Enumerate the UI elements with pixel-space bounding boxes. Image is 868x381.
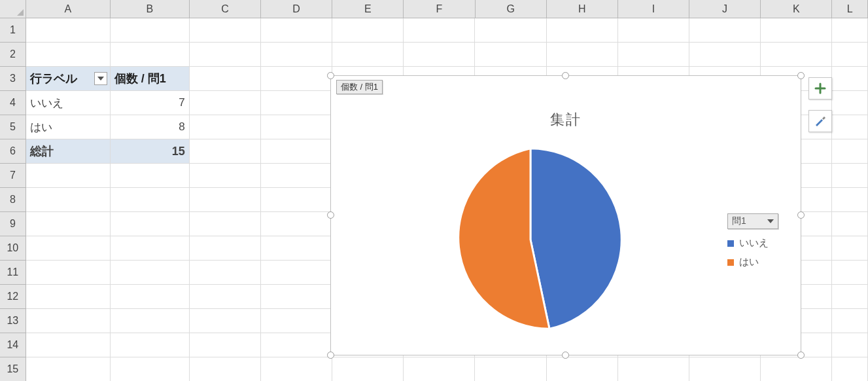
- cell-D5[interactable]: [261, 115, 332, 139]
- selection-handle[interactable]: [562, 72, 569, 79]
- cell-A1[interactable]: [26, 18, 111, 43]
- col-header-L[interactable]: L: [832, 0, 868, 18]
- cell-D12[interactable]: [261, 285, 332, 309]
- cell-J15[interactable]: [689, 357, 761, 381]
- col-header-H[interactable]: H: [547, 0, 618, 18]
- cell-C7[interactable]: [190, 164, 261, 188]
- cell-B7[interactable]: [111, 164, 190, 188]
- col-header-C[interactable]: C: [190, 0, 261, 18]
- cell-H1[interactable]: [547, 18, 618, 43]
- cell-A7[interactable]: [26, 164, 111, 188]
- cell-L9[interactable]: [832, 212, 868, 236]
- cell-D14[interactable]: [261, 333, 332, 357]
- cell-L2[interactable]: [832, 43, 868, 67]
- cell-K15[interactable]: [761, 357, 832, 381]
- cell-D3[interactable]: [261, 67, 332, 91]
- cell-D9[interactable]: [261, 212, 332, 236]
- cell-I1[interactable]: [618, 18, 689, 43]
- cell-L8[interactable]: [832, 188, 868, 212]
- pivotchart-axis-field-button[interactable]: 問1: [727, 213, 778, 229]
- cell-A12[interactable]: [26, 285, 111, 309]
- cell-L13[interactable]: [832, 309, 868, 333]
- cell-A13[interactable]: [26, 309, 111, 333]
- selection-handle[interactable]: [327, 211, 334, 219]
- row-header-1[interactable]: 1: [0, 18, 26, 43]
- cell-E2[interactable]: [332, 43, 404, 67]
- cell-L10[interactable]: [832, 236, 868, 261]
- cell-L4[interactable]: [832, 91, 868, 115]
- cell-B1[interactable]: [111, 18, 190, 43]
- cell-J2[interactable]: [689, 43, 761, 67]
- cell-H15[interactable]: [547, 357, 618, 381]
- cell-C2[interactable]: [190, 43, 261, 67]
- pivot-row-filter-button[interactable]: [94, 72, 107, 85]
- cell-B9[interactable]: [111, 212, 190, 236]
- row-header-8[interactable]: 8: [0, 188, 26, 212]
- col-header-K[interactable]: K: [761, 0, 832, 18]
- selection-handle[interactable]: [327, 352, 334, 359]
- cell-C6[interactable]: [190, 139, 261, 164]
- cell-E1[interactable]: [332, 18, 404, 43]
- cell-B8[interactable]: [111, 188, 190, 212]
- cell-H2[interactable]: [547, 43, 618, 67]
- cell-D7[interactable]: [261, 164, 332, 188]
- cell-C12[interactable]: [190, 285, 261, 309]
- cell-D15[interactable]: [261, 357, 332, 381]
- col-header-I[interactable]: I: [618, 0, 689, 18]
- selection-handle[interactable]: [797, 211, 805, 219]
- selection-handle[interactable]: [797, 72, 805, 79]
- row-header-2[interactable]: 2: [0, 43, 26, 67]
- cell-A2[interactable]: [26, 43, 111, 67]
- col-header-J[interactable]: J: [689, 0, 761, 18]
- pivotchart-value-field-button[interactable]: 個数 / 問1: [336, 80, 383, 94]
- cell-C13[interactable]: [190, 309, 261, 333]
- cell-D6[interactable]: [261, 139, 332, 164]
- cell-K2[interactable]: [761, 43, 832, 67]
- pivot-row-0-label[interactable]: いいえ: [26, 91, 111, 115]
- chart-elements-button[interactable]: [808, 77, 832, 100]
- cell-B11[interactable]: [111, 261, 190, 285]
- pivot-chart[interactable]: 個数 / 問1 集計 問1 いいえ はい: [330, 75, 801, 355]
- cell-D11[interactable]: [261, 261, 332, 285]
- pivot-row-0-value[interactable]: 7: [111, 91, 190, 115]
- cell-D1[interactable]: [261, 18, 332, 43]
- cell-A14[interactable]: [26, 333, 111, 357]
- cell-C4[interactable]: [190, 91, 261, 115]
- cell-A15[interactable]: [26, 357, 111, 381]
- col-header-F[interactable]: F: [404, 0, 475, 18]
- pivot-row-label-header[interactable]: 行ラベル: [26, 67, 111, 91]
- cell-A11[interactable]: [26, 261, 111, 285]
- row-header-9[interactable]: 9: [0, 212, 26, 236]
- cell-E15[interactable]: [332, 357, 404, 381]
- cell-I2[interactable]: [618, 43, 689, 67]
- cell-B15[interactable]: [111, 357, 190, 381]
- cell-D8[interactable]: [261, 188, 332, 212]
- cell-B13[interactable]: [111, 309, 190, 333]
- cell-G1[interactable]: [475, 18, 546, 43]
- cell-L7[interactable]: [832, 164, 868, 188]
- legend-item-iie[interactable]: いいえ: [727, 237, 786, 249]
- chart-legend[interactable]: 問1 いいえ はい: [727, 213, 786, 275]
- cell-D2[interactable]: [261, 43, 332, 67]
- cell-L12[interactable]: [832, 285, 868, 309]
- col-header-B[interactable]: B: [111, 0, 190, 18]
- select-all-corner[interactable]: [0, 0, 26, 18]
- pivot-value-header[interactable]: 個数 / 問1: [111, 67, 190, 91]
- pivot-total-value[interactable]: 15: [111, 139, 190, 164]
- cell-F1[interactable]: [404, 18, 475, 43]
- cell-A10[interactable]: [26, 236, 111, 261]
- pivot-total-label[interactable]: 総計: [26, 139, 111, 164]
- cell-C5[interactable]: [190, 115, 261, 139]
- legend-item-hai[interactable]: はい: [727, 256, 786, 268]
- cell-C9[interactable]: [190, 212, 261, 236]
- chart-title[interactable]: 集計: [331, 110, 801, 130]
- cell-B14[interactable]: [111, 333, 190, 357]
- cell-J1[interactable]: [689, 18, 761, 43]
- cell-L5[interactable]: [832, 115, 868, 139]
- cell-C10[interactable]: [190, 236, 261, 261]
- cell-A8[interactable]: [26, 188, 111, 212]
- pie-chart-plot[interactable]: [436, 145, 625, 335]
- col-header-G[interactable]: G: [476, 0, 547, 18]
- cell-F15[interactable]: [404, 357, 475, 381]
- cell-B10[interactable]: [111, 236, 190, 261]
